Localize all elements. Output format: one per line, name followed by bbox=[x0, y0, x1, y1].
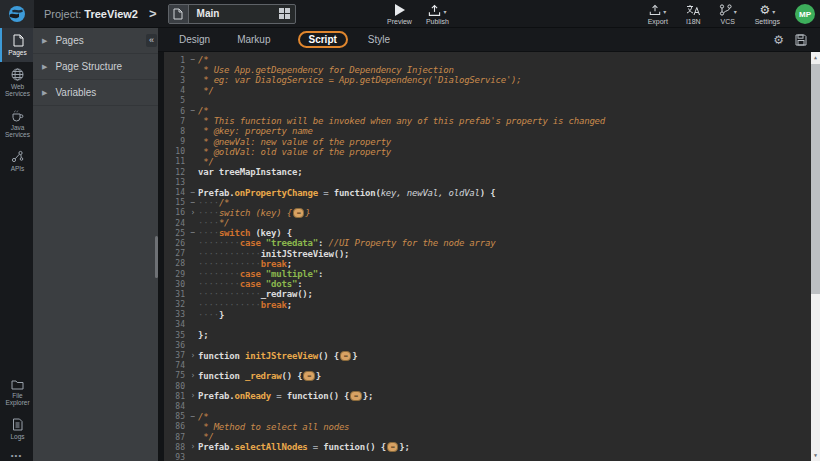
code-line[interactable]: 93 bbox=[164, 452, 820, 461]
fold-marker[interactable]: › bbox=[188, 372, 198, 380]
line-number: 30 bbox=[164, 280, 188, 289]
caret-down-icon: ▾ bbox=[443, 8, 446, 15]
i18n-button[interactable]: I18N bbox=[679, 0, 708, 28]
rail-item-file-explorer[interactable]: File Explorer bbox=[0, 373, 33, 412]
app-window: Project: TreeView2 > Main bbox=[0, 0, 820, 461]
code-token: switch bbox=[219, 228, 250, 238]
fold-marker[interactable]: − bbox=[188, 199, 198, 207]
line-number: 93 bbox=[164, 453, 188, 461]
folded-code-pill[interactable]: ⋯ bbox=[293, 208, 304, 218]
publish-button[interactable]: ▾ Publish bbox=[419, 0, 456, 28]
line-number: 9 bbox=[164, 137, 188, 146]
fold-marker[interactable]: › bbox=[188, 392, 198, 400]
fold-marker[interactable]: › bbox=[188, 443, 198, 451]
scrollbar-thumb[interactable] bbox=[811, 64, 820, 294]
code-line[interactable]: 36 bbox=[164, 340, 820, 350]
grid-icon[interactable] bbox=[279, 8, 290, 19]
fold-marker[interactable]: › bbox=[188, 209, 198, 217]
panel-section-variables[interactable]: ▶ Variables bbox=[33, 80, 158, 106]
fold-marker[interactable]: − bbox=[188, 56, 198, 64]
fold-marker[interactable]: − bbox=[188, 229, 198, 237]
code-line[interactable]: 15−····/* bbox=[164, 198, 820, 208]
code-line[interactable]: 3 * eg: var DialogService = App.getDepen… bbox=[164, 75, 820, 85]
code-line[interactable]: 6−/* bbox=[164, 106, 820, 116]
code-line[interactable]: 88›Prefab.selectAllNodes = function() {⋯… bbox=[164, 442, 820, 452]
code-line[interactable]: 25−····switch (key) { bbox=[164, 228, 820, 238]
code-line[interactable]: 74 bbox=[164, 361, 820, 371]
code-line[interactable]: 85−/* bbox=[164, 412, 820, 422]
code-line[interactable]: 27············initJStreeView(); bbox=[164, 249, 820, 259]
code-line[interactable]: 16›····switch (key) {⋯} bbox=[164, 208, 820, 218]
code-line[interactable]: 12var treeMapInstance; bbox=[164, 167, 820, 177]
code-line[interactable]: 32············break; bbox=[164, 300, 820, 310]
tab-markup[interactable]: Markup bbox=[237, 34, 270, 45]
code-line[interactable]: 14−Prefab.onPropertyChange = function(ke… bbox=[164, 187, 820, 197]
code-editor[interactable]: 1−/*2 * Use App.getDependency for Depend… bbox=[158, 52, 820, 461]
fold-marker[interactable]: › bbox=[188, 352, 198, 360]
editor-scrollbar[interactable]: ▲ ▼ bbox=[811, 52, 820, 461]
rail-item-java-services[interactable]: Java Services bbox=[0, 103, 33, 144]
code-line[interactable]: 31············_redraw(); bbox=[164, 289, 820, 299]
app-logo[interactable] bbox=[0, 0, 34, 28]
page-selector[interactable]: Main bbox=[168, 4, 296, 24]
code-line[interactable]: 35}; bbox=[164, 330, 820, 340]
more-options-icon[interactable]: ••• bbox=[0, 451, 33, 460]
code-line[interactable]: 34 bbox=[164, 320, 820, 330]
panel-collapse-button[interactable]: « bbox=[146, 34, 157, 47]
settings-button[interactable]: ⚙ ▾ Settings bbox=[748, 0, 787, 28]
panel-section-page-structure[interactable]: ▶ Page Structure bbox=[33, 54, 158, 80]
export-button[interactable]: ▾ Export bbox=[641, 0, 675, 28]
user-avatar[interactable]: MP bbox=[795, 4, 815, 24]
code-line[interactable]: 7 * This function will be invoked when a… bbox=[164, 116, 820, 126]
rail-item-apis[interactable]: APIs bbox=[0, 144, 33, 178]
vcs-button[interactable]: ▾ VCS bbox=[712, 0, 744, 28]
code-line[interactable]: 4 */ bbox=[164, 86, 820, 96]
scrollbar-down-icon[interactable]: ▼ bbox=[811, 450, 820, 461]
code-token: initJStreeView(); bbox=[261, 249, 350, 259]
code-line[interactable]: 26········case "treedata": //UI Property… bbox=[164, 238, 820, 248]
fold-marker[interactable]: − bbox=[188, 107, 198, 115]
code-line[interactable]: 28············break; bbox=[164, 259, 820, 269]
code-line[interactable]: 8 * @key: property name bbox=[164, 126, 820, 136]
folded-code-pill[interactable]: ⋯ bbox=[340, 351, 351, 361]
code-line[interactable]: 86 * Method to select all nodes bbox=[164, 422, 820, 432]
scrollbar-up-icon[interactable]: ▲ bbox=[811, 52, 820, 63]
code-line[interactable]: 33····} bbox=[164, 310, 820, 320]
code-line[interactable]: 2 * Use App.getDependency for Dependency… bbox=[164, 65, 820, 75]
rail-item-web-services[interactable]: Web Services bbox=[0, 62, 33, 103]
rail-item-logs[interactable]: Logs bbox=[0, 412, 33, 446]
tab-design[interactable]: Design bbox=[179, 34, 210, 45]
left-rail: Pages Web Services Java Services bbox=[0, 28, 33, 461]
code-line[interactable]: 84 bbox=[164, 401, 820, 411]
editor-settings-gear-icon[interactable]: ⚙ bbox=[773, 34, 784, 46]
code-line[interactable]: 30········case "dots": bbox=[164, 279, 820, 289]
tab-script[interactable]: Script bbox=[298, 31, 348, 48]
code-line[interactable]: 81›Prefab.onReady = function() {⋯}; bbox=[164, 391, 820, 401]
fold-marker[interactable]: − bbox=[188, 189, 198, 197]
folded-code-pill[interactable]: ⋯ bbox=[387, 442, 398, 452]
folded-code-pill[interactable]: ⋯ bbox=[303, 371, 314, 381]
tab-style[interactable]: Style bbox=[368, 34, 390, 45]
code-line[interactable]: 9 * @newVal: new value of the property bbox=[164, 137, 820, 147]
code-line[interactable]: 75›function _redraw() {⋯} bbox=[164, 371, 820, 381]
code-line[interactable]: 5 bbox=[164, 96, 820, 106]
code-line[interactable]: 37›function initJStreeView() {⋯} bbox=[164, 350, 820, 360]
code-text: /* bbox=[198, 55, 208, 65]
code-line[interactable]: 11 */ bbox=[164, 157, 820, 167]
code-line[interactable]: 13 bbox=[164, 177, 820, 187]
panel-section-pages[interactable]: ▶ Pages bbox=[33, 28, 158, 54]
code-line[interactable]: 1−/* bbox=[164, 55, 820, 65]
code-line[interactable]: 24····*/ bbox=[164, 218, 820, 228]
code-line[interactable]: 87 */ bbox=[164, 432, 820, 442]
code-line[interactable]: 80 bbox=[164, 381, 820, 391]
rail-item-pages[interactable]: Pages bbox=[0, 28, 33, 62]
line-number: 12 bbox=[164, 168, 188, 177]
folded-code-pill[interactable]: ⋯ bbox=[350, 391, 361, 401]
code-line[interactable]: 29········case "multiple": bbox=[164, 269, 820, 279]
fold-marker[interactable]: − bbox=[188, 413, 198, 421]
code-line[interactable]: 10 * @oldVal: old value of the property bbox=[164, 147, 820, 157]
preview-button[interactable]: Preview bbox=[380, 0, 419, 28]
save-icon[interactable] bbox=[795, 34, 807, 46]
line-number: 13 bbox=[164, 178, 188, 187]
indent-whitespace: ············ bbox=[198, 300, 261, 310]
